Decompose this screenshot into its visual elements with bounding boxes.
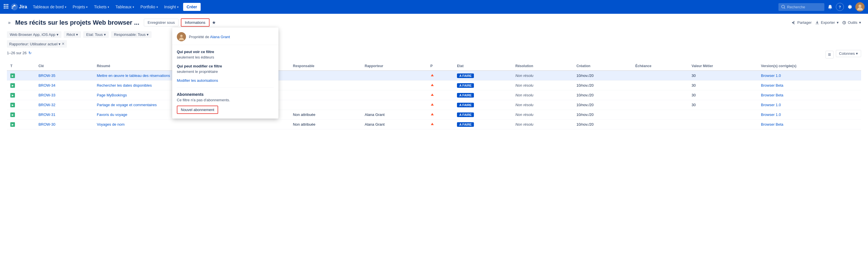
svg-rect-15 <box>815 24 819 24</box>
columns-button[interactable]: Colonnes ▾ <box>836 50 861 57</box>
popup-owner-link[interactable]: Alana Grant <box>210 35 230 39</box>
page-title: Mes récits sur les projets Web browser .… <box>15 19 139 26</box>
navbar: J Jira Tableaux de bord ▾ Projets ▾ Tick… <box>0 0 868 14</box>
export-button[interactable]: Exporter ▾ <box>815 21 839 25</box>
cell-creation: 10/nov./20 <box>573 110 632 120</box>
version-link[interactable]: Browser 1.0 <box>761 103 781 107</box>
issue-key-link[interactable]: BROW-30 <box>38 122 55 127</box>
cell-echeance <box>632 71 688 81</box>
version-link[interactable]: Browser 1.0 <box>761 112 781 117</box>
cell-versions[interactable]: Browser 1.0 <box>757 110 861 120</box>
cell-versions[interactable]: Browser Beta <box>757 90 861 100</box>
nav-projets[interactable]: Projets ▾ <box>70 0 91 14</box>
issue-summary-link[interactable]: Favoris du voyage <box>97 112 127 117</box>
cell-key[interactable]: BROW-33 <box>35 90 93 100</box>
jira-logo[interactable]: J Jira <box>10 3 27 11</box>
nav-tableaux[interactable]: Tableaux ▾ <box>113 0 137 14</box>
notifications-button[interactable] <box>826 2 835 11</box>
refresh-icon[interactable]: ↻ <box>28 51 32 55</box>
table-row[interactable]: ▶ BROW-35 Mettre en œuvre le tableau des… <box>7 71 861 81</box>
svg-text:▶: ▶ <box>12 114 14 116</box>
version-link[interactable]: Browser Beta <box>761 122 783 127</box>
cell-key[interactable]: BROW-32 <box>35 100 93 110</box>
issue-key-link[interactable]: BROW-31 <box>38 112 55 117</box>
filter-rapporteur-tag: Rapporteur: Utilisateur actuel ▾ × <box>7 40 67 47</box>
help-button[interactable]: ? <box>836 3 844 11</box>
filters-row-2: Rapporteur: Utilisateur actuel ▾ × <box>7 40 861 47</box>
svg-text:J: J <box>11 6 13 9</box>
info-button[interactable]: Informations <box>181 19 210 27</box>
cell-creation: 10/nov./20 <box>573 100 632 110</box>
issue-summary-link[interactable]: Rechercher les dates disponibles <box>97 83 152 88</box>
remove-filter-button[interactable]: × <box>62 41 64 46</box>
issue-summary-link[interactable]: Partage de voyage et commentaires <box>97 103 157 107</box>
settings-button[interactable] <box>845 2 854 11</box>
version-link[interactable]: Browser 1.0 <box>761 73 781 78</box>
favorite-star-icon[interactable]: ★ <box>212 20 216 25</box>
issue-summary-link[interactable]: Voyages de nom <box>97 122 125 127</box>
chevron-down-icon: ▾ <box>133 5 134 9</box>
cell-versions[interactable]: Browser 1.0 <box>757 100 861 110</box>
list-view-button[interactable]: ≡ <box>826 51 834 59</box>
cell-versions[interactable]: Browser Beta <box>757 120 861 129</box>
nav-portfolio[interactable]: Portfolio ▾ <box>137 0 160 14</box>
table-row[interactable]: ▶ BROW-30 Voyages de nom Non attribuée A… <box>7 120 861 129</box>
collapse-sidebar-button[interactable]: » <box>7 19 12 26</box>
issue-summary-link[interactable]: Page MyBookings <box>97 93 127 97</box>
cell-key[interactable]: BROW-35 <box>35 71 93 81</box>
cell-rapporteur: Alana Grant <box>361 120 427 129</box>
priority-icon <box>430 73 434 78</box>
svg-rect-1 <box>5 4 7 5</box>
svg-rect-8 <box>7 7 8 9</box>
cell-versions[interactable]: Browser 1.0 <box>757 71 861 81</box>
cell-type: ▶ <box>7 81 35 90</box>
nav-tableaux-de-bord[interactable]: Tableaux de bord ▾ <box>30 0 69 14</box>
share-button[interactable]: Partager <box>792 21 812 25</box>
search-bar[interactable]: Recherche <box>778 3 825 11</box>
save-button[interactable]: Enregistrer sous <box>144 19 179 26</box>
popup-owner-text: Propriété de Alana Grant <box>189 35 230 39</box>
filter-projects[interactable]: Web Browser App, iOS App ▾ <box>7 31 61 38</box>
svg-text:▶: ▶ <box>12 84 14 87</box>
table-row[interactable]: ▶ BROW-32 Partage de voyage et commentai… <box>7 100 861 110</box>
nav-tickets[interactable]: Tickets ▾ <box>91 0 112 14</box>
nav-insight[interactable]: Insight ▾ <box>161 0 181 14</box>
cell-key[interactable]: BROW-31 <box>35 110 93 120</box>
user-avatar[interactable] <box>856 2 865 11</box>
cell-key[interactable]: BROW-34 <box>35 81 93 90</box>
results-count: 1–26 sur 26 ↻ <box>7 51 32 55</box>
svg-rect-5 <box>7 6 8 7</box>
nav-right: Recherche ? <box>778 2 865 11</box>
apps-icon[interactable] <box>3 4 9 10</box>
issue-summary-link[interactable]: Mettre en œuvre le tableau des réservati… <box>97 73 170 78</box>
issue-type-icon: ▶ <box>10 122 15 127</box>
filter-etat[interactable]: Etat: Tous ▾ <box>83 31 109 38</box>
cell-etat: A FAIRE <box>454 90 512 100</box>
version-link[interactable]: Browser Beta <box>761 93 783 97</box>
chevron-down-icon[interactable]: ▾ <box>59 42 61 46</box>
cell-type: ▶ <box>7 90 35 100</box>
cell-type: ▶ <box>7 110 35 120</box>
priority-icon <box>430 122 434 127</box>
filter-responsable[interactable]: Responsable: Tous ▾ <box>111 31 152 38</box>
table-row[interactable]: ▶ BROW-33 Page MyBookings A FAIRE Non ré… <box>7 90 861 100</box>
issue-type-icon: ▶ <box>10 93 15 98</box>
issue-key-link[interactable]: BROW-34 <box>38 83 55 88</box>
version-link[interactable]: Browser Beta <box>761 83 783 88</box>
table-row[interactable]: ▶ BROW-31 Favoris du voyage Non attribué… <box>7 110 861 120</box>
issue-key-link[interactable]: BROW-32 <box>38 103 55 107</box>
tools-button[interactable]: Outils ▾ <box>842 21 861 25</box>
new-subscription-button[interactable]: Nouvel abonnement <box>177 106 218 114</box>
cell-versions[interactable]: Browser Beta <box>757 81 861 90</box>
filter-type[interactable]: Récit ▾ <box>64 31 81 38</box>
cell-summary[interactable]: Voyages de nom <box>93 120 289 129</box>
table-row[interactable]: ▶ BROW-34 Rechercher les dates disponibl… <box>7 81 861 90</box>
issue-key-link[interactable]: BROW-33 <box>38 93 55 97</box>
create-button[interactable]: Créer <box>183 3 200 11</box>
cell-key[interactable]: BROW-30 <box>35 120 93 129</box>
cell-valeur-metier: 30 <box>688 90 757 100</box>
svg-rect-2 <box>7 4 8 5</box>
priority-icon <box>430 103 434 107</box>
modify-permissions-link[interactable]: Modifier les autorisations <box>177 78 274 82</box>
issue-key-link[interactable]: BROW-35 <box>38 73 55 78</box>
